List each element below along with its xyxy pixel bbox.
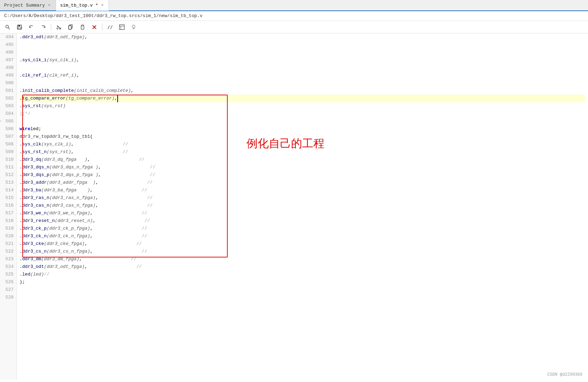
code-line-515: .ddr3_ras_n (ddr3_ras_n_fpga), // xyxy=(19,194,585,202)
line-num-515: 515 xyxy=(3,194,14,202)
tab-project-summary-label: Project Summary xyxy=(4,3,45,8)
line-num-526: 526 xyxy=(3,278,14,286)
tab-project-summary[interactable]: Project Summary × xyxy=(0,0,56,10)
svg-rect-13 xyxy=(82,25,83,26)
svg-point-19 xyxy=(132,25,135,28)
code-line-497: .sys_clk_i (sys_clk_i), xyxy=(19,56,585,64)
code-line-527 xyxy=(19,286,585,294)
line-num-496: 496 xyxy=(3,49,14,56)
line-num-527: 527 xyxy=(3,286,14,294)
delete-button[interactable] xyxy=(89,22,99,32)
filepath-bar: C:/Users/A/Desktop/ddr3_test_100t/ddr3_r… xyxy=(0,11,588,21)
code-line-495 xyxy=(19,41,585,49)
svg-line-5 xyxy=(57,25,61,29)
paste-button[interactable] xyxy=(78,22,87,32)
svg-rect-16 xyxy=(119,25,124,30)
line-num-495: 495 xyxy=(3,41,14,49)
code-line-516: .ddr3_cas_n (ddr3_cas_n_fpga), // xyxy=(19,202,585,209)
toolbar: // xyxy=(0,21,588,33)
code-line-514: .ddr3_ba (ddr3_ba_fpga ), // xyxy=(19,186,585,194)
code-line-506: wire led; xyxy=(19,125,585,133)
code-content[interactable]: .ddr3_odt (ddr3_odt_fpga), .sys_clk_i (s… xyxy=(17,33,588,301)
code-line-526: ); xyxy=(19,278,585,286)
code-line-521: .ddr3_cke (ddr3_cke_fpga), // xyxy=(19,240,585,248)
code-line-496 xyxy=(19,49,585,56)
line-num-520: 520 xyxy=(3,232,14,240)
watermark: CSDN @d2299360 xyxy=(547,372,582,377)
line-num-513: 513 xyxy=(3,179,14,186)
line-num-498: 498 xyxy=(3,64,14,72)
code-line-512: .ddr3_dqs_p (ddr3_dqs_p_fpga ), // xyxy=(19,171,585,179)
line-num-528: 528 xyxy=(3,294,14,301)
code-line-511: .ddr3_dqs_n (ddr3_dqs_n_fpga ), // xyxy=(19,164,585,171)
line-num-524: 524 xyxy=(3,263,14,271)
line-numbers: 494495496497498499500501502503504505⊖506… xyxy=(0,33,17,380)
code-line-520: .ddr3_ck_n (ddr3_ck_n_fpga), // xyxy=(19,232,585,240)
line-num-504: 504 xyxy=(3,110,14,118)
line-num-497: 497 xyxy=(3,56,14,64)
search-button[interactable] xyxy=(3,22,13,32)
code-line-519: .ddr3_ck_p (ddr3_ck_p_fpga), // xyxy=(19,225,585,232)
code-line-513: .ddr3_addr (ddr3_addr_fpga ), // xyxy=(19,179,585,186)
line-num-517: 517 xyxy=(3,209,14,217)
code-line-523: .ddr3_dm (ddr3_dm_fpga), // xyxy=(19,255,585,263)
editor-wrapper[interactable]: .ddr3_odt (ddr3_odt_fpga), .sys_clk_i (s… xyxy=(17,33,588,380)
line-num-522: 522 xyxy=(3,248,14,255)
svg-line-1 xyxy=(8,27,10,29)
line-num-525: 525 xyxy=(3,271,14,278)
tab-sim-tb-top-label: sim_tb_top.v * xyxy=(60,3,98,8)
editor-area: 494495496497498499500501502503504505⊖506… xyxy=(0,33,588,380)
undo-button[interactable] xyxy=(26,22,36,32)
comment-button[interactable]: // xyxy=(105,22,115,32)
line-num-519: 519 xyxy=(3,225,14,232)
toolbar-sep-1 xyxy=(51,24,51,31)
copy-button[interactable] xyxy=(66,22,76,32)
line-num-509: 509 xyxy=(3,148,14,156)
code-line-499: .clk_ref_i (clk_ref_i), xyxy=(19,72,585,79)
code-line-525: .led (led) // xyxy=(19,271,585,278)
tab-bar: Project Summary × sim_tb_top.v * × xyxy=(0,0,588,11)
svg-rect-3 xyxy=(18,25,20,26)
line-num-501: 501 xyxy=(3,87,14,95)
code-line-522: .ddr3_cs_n (ddr3_cs_n_fpga), // xyxy=(19,248,585,255)
line-num-503: 503 xyxy=(3,102,14,110)
line-num-516: 516 xyxy=(3,202,14,209)
line-num-508: 508 xyxy=(3,141,14,148)
bulb-button[interactable] xyxy=(129,22,139,32)
annotation-text: 例化自己的工程 xyxy=(246,136,324,151)
code-line-500 xyxy=(19,79,585,87)
svg-rect-4 xyxy=(18,27,21,29)
code-line-494: .ddr3_odt (ddr3_odt_fpga), xyxy=(19,33,585,41)
code-line-518: .ddr3_reset_n (ddr3_reset_n), // xyxy=(19,217,585,225)
code-line-517: .ddr3_we_n (ddr3_we_n_fpga), // xyxy=(19,209,585,217)
svg-rect-10 xyxy=(69,26,71,29)
code-line-503: .sys_rst (sys_rst) xyxy=(19,102,585,110)
tab-project-summary-close[interactable]: × xyxy=(47,3,52,8)
expand-button[interactable] xyxy=(117,22,127,32)
tab-sim-tb-top-close[interactable]: × xyxy=(100,3,105,8)
svg-point-0 xyxy=(6,25,9,28)
code-line-524: .ddr3_odt (ddr3_odt_fpga), // xyxy=(19,263,585,271)
line-num-521: 521 xyxy=(3,240,14,248)
line-num-502: 502 xyxy=(3,95,14,102)
filepath-text: C:/Users/A/Desktop/ddr3_test_100t/ddr3_r… xyxy=(4,13,203,18)
tab-sim-tb-top[interactable]: sim_tb_top.v * × xyxy=(56,0,109,11)
line-num-514: 514 xyxy=(3,186,14,194)
cut-button[interactable] xyxy=(54,22,64,32)
code-line-502: .tg_compare_error (tg_compare_error), xyxy=(19,95,585,102)
code-line-510: .ddr3_dq (ddr3_dq_fpga ), // xyxy=(19,156,585,164)
line-num-518: 518 xyxy=(3,217,14,225)
line-num-511: 511 xyxy=(3,164,14,171)
svg-point-7 xyxy=(57,28,58,29)
line-num-507: 507 xyxy=(3,133,14,141)
line-num-500: 500 xyxy=(3,79,14,87)
line-num-510: 510 xyxy=(3,156,14,164)
code-line-498 xyxy=(19,64,585,72)
code-line-501: .init_calib_complete (init_calib_complet… xyxy=(19,87,585,95)
save-button[interactable] xyxy=(15,22,24,32)
line-num-505: 505⊖ xyxy=(3,118,14,125)
redo-button[interactable] xyxy=(38,22,48,32)
code-line-504: );*/ xyxy=(19,110,585,118)
toolbar-sep-2 xyxy=(102,24,102,31)
code-line-528 xyxy=(19,294,585,301)
